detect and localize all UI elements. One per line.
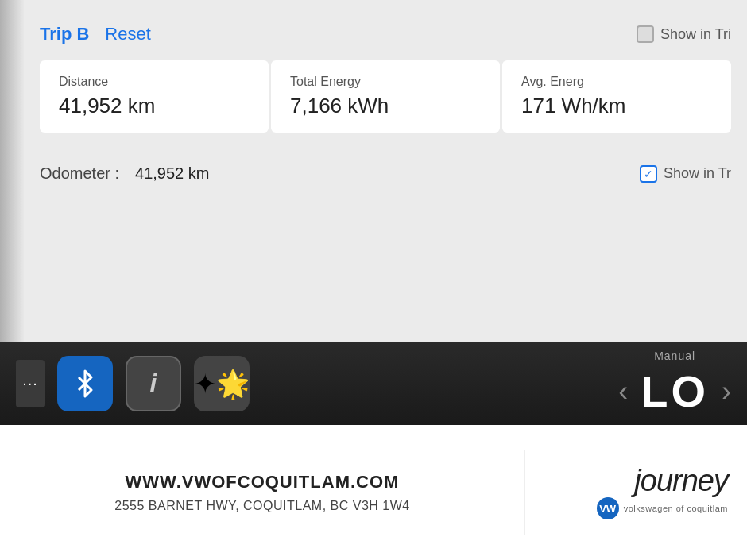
left-edge-fade <box>0 0 24 342</box>
info-symbol: i <box>150 369 157 398</box>
odometer-row: Odometer : 41,952 km ✓ Show in Tr <box>40 156 731 191</box>
journey-brand: journey VW volkswagen of coquitlam <box>597 465 728 519</box>
avg-energy-card: Avg. Energ 171 Wh/km <box>502 60 731 133</box>
taskbar-left: ··· i ✦🌟 <box>16 356 250 411</box>
more-button[interactable]: ··· <box>16 360 45 407</box>
trip-b-label[interactable]: Trip B <box>40 24 89 44</box>
footer: WWW.VWOFCOQUITLAM.COM 2555 BARNET HWY, C… <box>0 425 747 560</box>
bluetooth-symbol <box>71 369 99 398</box>
show-in-tr-container: ✓ Show in Tr <box>640 165 731 183</box>
total-energy-value: 7,166 kWh <box>290 94 481 118</box>
show-in-trip-text: Show in Tri <box>660 26 731 43</box>
lo-controls: ‹ LO › <box>618 365 731 417</box>
stats-row: Distance 41,952 km Total Energy 7,166 kW… <box>40 60 731 133</box>
more-icon: ··· <box>22 374 38 392</box>
odometer-label: Odometer : <box>40 164 119 183</box>
vw-logo-container: VW volkswagen of coquitlam <box>597 497 728 519</box>
total-energy-card: Total Energy 7,166 kWh <box>271 60 500 133</box>
distance-value: 41,952 km <box>59 94 250 118</box>
sparkle-symbol: ✦🌟 <box>194 368 250 400</box>
taskbar: ··· i ✦🌟 Manual ‹ LO › <box>0 342 747 425</box>
vw-tagline: volkswagen of coquitlam <box>624 504 728 513</box>
show-in-tr-checkbox[interactable]: ✓ <box>640 165 657 183</box>
show-in-trip-checkbox[interactable] <box>637 25 654 43</box>
show-in-tr-text: Show in Tr <box>664 165 731 182</box>
journey-text: journey <box>634 465 728 496</box>
avg-energy-value: 171 Wh/km <box>521 94 712 118</box>
bluetooth-icon[interactable] <box>57 356 113 411</box>
manual-label: Manual <box>654 350 695 362</box>
distance-label: Distance <box>59 75 250 89</box>
avg-energy-label: Avg. Energ <box>521 75 712 89</box>
vw-logo-circle: VW <box>597 497 619 519</box>
arrow-right-button[interactable]: › <box>722 375 731 408</box>
taskbar-right: Manual ‹ LO › <box>618 350 731 417</box>
total-energy-label: Total Energy <box>290 75 481 89</box>
address-text: 2555 BARNET HWY, COQUITLAM, BC V3H 1W4 <box>114 499 409 513</box>
trip-header-row: Trip B Reset Show in Tri <box>40 24 731 44</box>
odometer-value: 41,952 km <box>135 164 209 183</box>
screen-area: Trip B Reset Show in Tri Distance 41,952… <box>0 0 747 342</box>
vw-logo-text: VW <box>599 503 616 515</box>
distance-card: Distance 41,952 km <box>40 60 269 133</box>
info-icon[interactable]: i <box>126 356 181 411</box>
reset-button[interactable]: Reset <box>105 24 150 44</box>
website-text: WWW.VWOFCOQUITLAM.COM <box>126 472 400 492</box>
sparkle-icon[interactable]: ✦🌟 <box>194 356 250 411</box>
show-in-trip-container: Show in Tri <box>637 25 731 43</box>
footer-right: journey VW volkswagen of coquitlam <box>524 450 747 535</box>
arrow-left-button[interactable]: ‹ <box>618 375 628 408</box>
content-area: Trip B Reset Show in Tri Distance 41,952… <box>24 0 747 342</box>
footer-left: WWW.VWOFCOQUITLAM.COM 2555 BARNET HWY, C… <box>0 456 524 529</box>
lo-display: LO <box>641 365 709 417</box>
